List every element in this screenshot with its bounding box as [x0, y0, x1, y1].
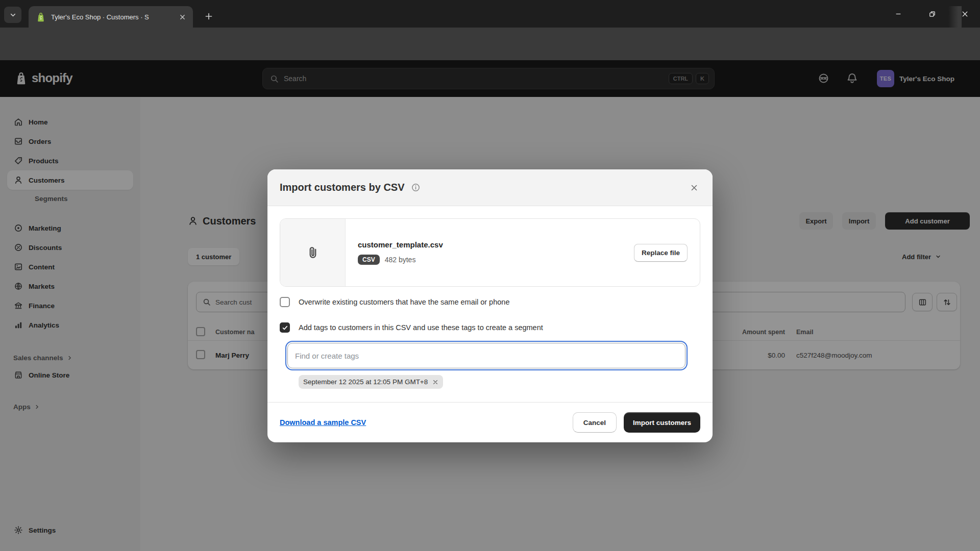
tab-close-icon[interactable] — [177, 11, 188, 22]
shopify-favicon — [36, 12, 46, 22]
uploaded-file-card: customer_template.csv CSV 482 bytes Repl… — [280, 218, 700, 287]
tag-chip-label: September 12 2025 at 12:05 PM GMT+8 — [303, 378, 428, 386]
import-csv-modal: Import customers by CSV customer_templat… — [267, 169, 713, 442]
overwrite-checkbox[interactable] — [280, 297, 290, 307]
file-type-badge: CSV — [358, 255, 380, 265]
info-icon[interactable] — [411, 183, 421, 192]
modal-title: Import customers by CSV — [280, 182, 405, 193]
browser-tab[interactable]: Tyler's Eco Shop · Customers · S — [29, 6, 193, 28]
modal-close-icon[interactable] — [686, 180, 702, 196]
add-tags-checkbox[interactable] — [280, 322, 290, 333]
import-customers-button[interactable]: Import customers — [624, 412, 700, 433]
checkmark-icon — [282, 324, 288, 331]
remove-tag-icon[interactable] — [432, 379, 438, 385]
modal-footer: Download a sample CSV Cancel Import cust… — [267, 402, 713, 442]
tab-title: Tyler's Eco Shop · Customers · S — [51, 13, 169, 21]
window-restore-button[interactable] — [921, 5, 943, 22]
tab-search-button[interactable] — [4, 7, 21, 23]
window-minimize-button[interactable] — [887, 5, 910, 22]
modal-header: Import customers by CSV — [267, 169, 713, 206]
cancel-button[interactable]: Cancel — [573, 412, 617, 433]
browser-tab-strip: Tyler's Eco Shop · Customers · S — [0, 0, 980, 28]
overwrite-label: Overwrite existing customers that have t… — [299, 298, 509, 306]
screen: Tyler's Eco Shop · Customers · S — [0, 0, 980, 551]
file-thumbnail — [280, 219, 346, 286]
tags-input[interactable] — [287, 343, 685, 368]
window-close-button[interactable] — [953, 5, 976, 22]
download-sample-csv-link[interactable]: Download a sample CSV — [280, 418, 366, 427]
file-details: customer_template.csv CSV 482 bytes — [346, 219, 634, 286]
file-size: 482 bytes — [385, 256, 416, 264]
replace-file-button[interactable]: Replace file — [634, 244, 688, 262]
overwrite-checkbox-row[interactable]: Overwrite existing customers that have t… — [280, 297, 509, 307]
add-tags-label: Add tags to customers in this CSV and us… — [299, 323, 543, 332]
paperclip-icon — [306, 245, 320, 260]
browser-toolbar: admin.shopify.com/store/jy63jq-dc/custom… — [0, 28, 980, 60]
file-name: customer_template.csv — [358, 240, 622, 249]
tag-chip[interactable]: September 12 2025 at 12:05 PM GMT+8 — [299, 375, 443, 389]
new-tab-button[interactable] — [201, 9, 216, 24]
chevron-down-icon — [9, 11, 17, 19]
add-tags-checkbox-row[interactable]: Add tags to customers in this CSV and us… — [280, 322, 543, 333]
